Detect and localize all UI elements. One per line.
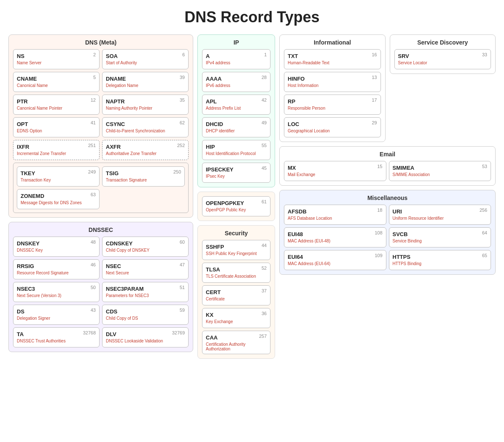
record-txt: TXT 16 Human-Readable Text — [284, 49, 381, 69]
record-loc: LOC 29 Geographical Location — [284, 117, 381, 137]
dns-meta-sub-grid: TKEY 249 Transaction Key TSIG 250 Transa… — [17, 166, 185, 209]
page-title: DNS Record Types — [8, 8, 496, 26]
record-https: HTTPS 65 HTTPS Binding — [389, 250, 491, 270]
informational-grid: TXT 16 Human-Readable Text HINFO 13 Host… — [284, 49, 381, 137]
email-section: Email MX 15 Mail Exchange SMIMEA 53 S/MI… — [279, 146, 496, 186]
record-ta: TA 32768 DNSSEC Trust Authorities — [13, 327, 100, 347]
record-soa: SOA 6 Start of Authority — [102, 49, 189, 69]
record-zonemd: ZONEMD 63 Message Digests for DNS Zones — [17, 189, 100, 209]
ip-section: IP A 1 IPv4 address AAAA 28 IPv6 address… — [197, 34, 275, 187]
record-dname: DNAME 39 Delegation Name — [102, 72, 189, 92]
right-column: Informational TXT 16 Human-Readable Text… — [279, 34, 496, 275]
record-hip: HIP 55 Host Identification Protocol — [202, 140, 270, 160]
record-tlsa: TLSA 52 TLS Certificate Association — [202, 263, 270, 283]
main-layout: DNS (Meta) NS 2 Name Server SOA 6 Start … — [8, 34, 496, 359]
record-rrsig: RRSIG 46 Resource Record Signature — [13, 259, 100, 279]
record-uri: URI 256 Uniform Resource Identifier — [389, 205, 491, 225]
record-opt: OPT 41 EDNS Option — [13, 117, 100, 137]
record-dlv: DLV 32769 DNSSEC Lookaside Validation — [102, 327, 189, 347]
record-eui64: EUI64 109 MAC Address (EUI-64) — [284, 250, 386, 270]
record-cname: CNAME 5 Canonical Name — [13, 72, 100, 92]
miscellaneous-section: Miscellaneous AFSDB 18 AFS Database Loca… — [279, 190, 496, 275]
dnssec-title: DNSSEC — [13, 226, 189, 233]
record-srv: SRV 33 Service Locator — [394, 49, 491, 69]
miscellaneous-grid: AFSDB 18 AFS Database Location URI 256 U… — [284, 205, 491, 270]
record-naptr: NAPTR 35 Naming Authority Pointer — [102, 95, 189, 115]
record-aaaa: AAAA 28 IPv6 address — [202, 72, 270, 92]
record-nsec: NSEC 47 Next Secure — [102, 259, 189, 279]
record-cdnskey: CDNSKEY 60 Child Copy of DNSKEY — [102, 237, 189, 257]
record-csync: CSYNC 62 Child-to-Parent Synchronization — [102, 117, 189, 137]
dns-meta-title: DNS (Meta) — [13, 39, 189, 46]
ip-title: IP — [202, 39, 270, 46]
service-discovery-title: Service Discovery — [394, 39, 491, 46]
ip-grid: A 1 IPv4 address AAAA 28 IPv6 address AP… — [202, 49, 270, 183]
email-grid: MX 15 Mail Exchange SMIMEA 53 S/MIME Ass… — [284, 161, 491, 181]
security-section: Security SSHFP 44 SSH Public Key Fingerp… — [197, 225, 275, 359]
left-column: DNS (Meta) NS 2 Name Server SOA 6 Start … — [8, 34, 193, 352]
service-discovery-section: Service Discovery SRV 33 Service Locator — [390, 34, 496, 74]
dns-meta-sub-box: TKEY 249 Transaction Key TSIG 250 Transa… — [13, 163, 189, 213]
record-smimea: SMIMEA 53 S/MIME Association — [389, 161, 491, 181]
record-nsec3param: NSEC3PARAM 51 Parameters for NSEC3 — [102, 282, 189, 302]
service-discovery-grid: SRV 33 Service Locator — [394, 49, 491, 69]
record-nsec3: NSEC3 50 Next Secure (Version 3) — [13, 282, 100, 302]
record-ns: NS 2 Name Server — [13, 49, 100, 69]
openpgp-section: OPENPGPKEY 61 OpenPGP Public Key — [197, 192, 275, 221]
record-sshfp: SSHFP 44 SSH Public Key Fingerprint — [202, 240, 270, 260]
email-title: Email — [284, 151, 491, 158]
informational-section: Informational TXT 16 Human-Readable Text… — [279, 34, 386, 142]
record-apl: APL 42 Address Prefix List — [202, 95, 270, 115]
record-openpgpkey: OPENPGPKEY 61 OpenPGP Public Key — [202, 196, 270, 216]
record-dnskey: DNSKEY 48 DNSSEC Key — [13, 237, 100, 257]
dns-meta-grid: NS 2 Name Server SOA 6 Start of Authorit… — [13, 49, 189, 160]
record-caa: CAA 257 Certification Authority Authoriz… — [202, 331, 270, 354]
record-eui48: EUI48 108 MAC Address (EUI-48) — [284, 227, 386, 247]
info-srv-row: Informational TXT 16 Human-Readable Text… — [279, 34, 496, 142]
record-hinfo: HINFO 13 Host Information — [284, 72, 381, 92]
record-ds: DS 43 Delegation Signer — [13, 305, 100, 325]
security-title: Security — [202, 230, 270, 237]
record-axfr: AXFR 252 Authoritative Zone Transfer — [102, 140, 189, 160]
dnssec-section: DNSSEC DNSKEY 48 DNSSEC Key CDNSKEY 60 C… — [8, 222, 193, 352]
miscellaneous-title: Miscellaneous — [284, 195, 491, 201]
security-grid: SSHFP 44 SSH Public Key Fingerprint TLSA… — [202, 240, 270, 354]
record-ipseckey: IPSECKEY 45 IPsec Key — [202, 163, 270, 183]
openpgp-grid: OPENPGPKEY 61 OpenPGP Public Key — [202, 196, 270, 216]
record-tkey: TKEY 249 Transaction Key — [17, 166, 100, 187]
record-ixfr: IXFR 251 Incremental Zone Transfer — [13, 140, 100, 160]
record-rp: RP 17 Responsible Person — [284, 95, 381, 115]
dnssec-grid: DNSKEY 48 DNSSEC Key CDNSKEY 60 Child Co… — [13, 237, 189, 347]
record-cds: CDS 59 Child Copy of DS — [102, 305, 189, 325]
record-kx: KX 36 Key Exchange — [202, 308, 270, 328]
record-tsig: TSIG 250 Transaction Signature — [102, 166, 185, 187]
record-afsdb: AFSDB 18 AFS Database Location — [284, 205, 386, 225]
middle-column: IP A 1 IPv4 address AAAA 28 IPv6 address… — [197, 34, 275, 359]
record-cert: CERT 37 Certificate — [202, 285, 270, 305]
record-svcb: SVCB 64 Service Binding — [389, 227, 491, 247]
dns-meta-section: DNS (Meta) NS 2 Name Server SOA 6 Start … — [8, 34, 193, 218]
record-mx: MX 15 Mail Exchange — [284, 161, 386, 181]
record-ptr: PTR 12 Canonical Name Pointer — [13, 95, 100, 115]
informational-title: Informational — [284, 39, 381, 46]
record-a: A 1 IPv4 address — [202, 49, 270, 69]
record-dhcid: DHCID 49 DHCP identifier — [202, 117, 270, 137]
